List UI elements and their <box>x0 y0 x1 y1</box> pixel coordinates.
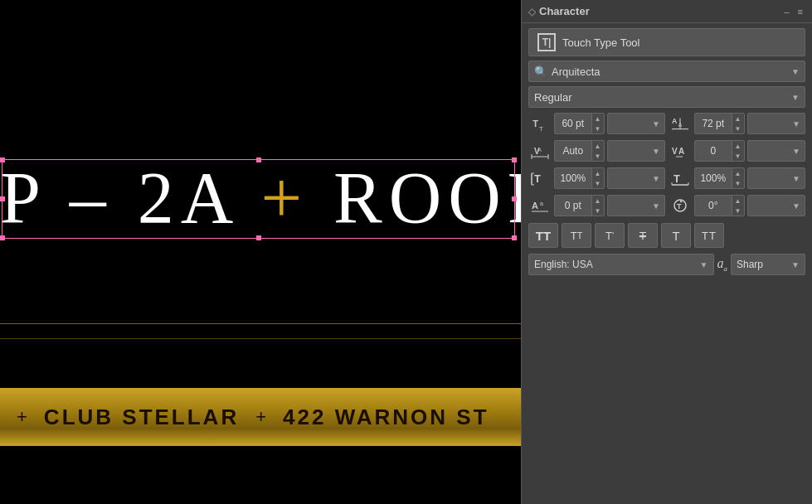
rotation-spin-up[interactable]: ▲ <box>732 196 744 206</box>
svg-text:V: V <box>672 147 678 156</box>
kerning-group: V A ▲ ▼ ▼ <box>669 139 805 162</box>
antialiasing-group: aa Sharp ▼ <box>717 254 806 275</box>
rotation-icon: T <box>669 194 692 217</box>
tracking-dropdown[interactable]: ▼ <box>607 140 666 162</box>
line-height-unit-dropdown[interactable]: ▼ <box>747 113 806 134</box>
svg-text:T: T <box>532 119 538 128</box>
font-style-dropdown[interactable]: Regular ▼ <box>528 86 805 108</box>
horiz-scale-dropdown[interactable]: ▼ <box>747 167 806 189</box>
horiz-scale-spin-arrows: ▲ ▼ <box>732 168 744 188</box>
control-row-tracking-kerning: V A ▲ ▼ ▼ <box>528 139 805 162</box>
horiz-scale-spinbox[interactable]: ▲ ▼ <box>694 167 745 189</box>
rotation-spin-down[interactable]: ▼ <box>732 206 744 216</box>
horiz-scale-spin-up[interactable]: ▲ <box>732 168 744 178</box>
horiz-scale-input[interactable] <box>695 172 732 184</box>
tracking-spinbox[interactable]: ▲ ▼ <box>554 140 605 162</box>
tracking-spin-down[interactable]: ▼ <box>592 151 604 161</box>
character-panel: ◇ Character – ≡ T| Touch Type Tool 🔍 ▼ R… <box>521 0 812 504</box>
vert-scale-spin-up[interactable]: ▲ <box>592 168 604 178</box>
panel-title: Character <box>539 5 590 17</box>
antialiasing-icon: aa <box>717 256 728 273</box>
kerning-spinbox[interactable]: ▲ ▼ <box>694 140 745 162</box>
language-dropdown[interactable]: English: USA ▼ <box>528 254 714 275</box>
font-size-spin-down[interactable]: ▼ <box>592 124 604 133</box>
line-height-spin-down[interactable]: ▼ <box>732 124 744 133</box>
canvas-area: P – 2A + ROOF POOL + CLUB STELLAR + 422 … <box>0 0 521 504</box>
bottom-text-1: CLUB STELLAR <box>44 405 239 430</box>
baseline-shift-input[interactable] <box>555 200 591 211</box>
style-buttons-row: TT TT T' T̶ T TT <box>528 221 805 250</box>
horiz-scale-arrow[interactable]: ▼ <box>792 174 800 183</box>
svg-text:A: A <box>532 201 538 211</box>
baseline-shift-spin-up[interactable]: ▲ <box>592 196 604 206</box>
vert-scale-arrow[interactable]: ▼ <box>652 174 660 183</box>
font-size-spinbox[interactable]: ▲ ▼ <box>554 113 605 134</box>
line-height-unit-arrow[interactable]: ▼ <box>792 119 800 128</box>
svg-text:A: A <box>672 117 678 125</box>
tt-superscript-button[interactable]: T' <box>595 223 625 248</box>
horiz-scale-spin-down[interactable]: ▼ <box>732 178 744 188</box>
tt-strikethrough-button[interactable]: T̶ <box>628 223 658 248</box>
line-height-input[interactable] <box>695 118 732 129</box>
baseline-shift-spin-down[interactable]: ▼ <box>592 206 604 216</box>
baseline-shift-spinbox[interactable]: ▲ ▼ <box>554 195 605 216</box>
rotation-dropdown-arrow[interactable]: ▼ <box>792 201 800 211</box>
svg-text:a: a <box>540 201 543 206</box>
font-style-dropdown-arrow[interactable]: ▼ <box>791 93 800 102</box>
svg-text:T: T <box>677 202 682 211</box>
font-size-spin-up[interactable]: ▲ <box>592 114 604 124</box>
svg-text:T: T <box>673 172 680 185</box>
tt-regular-button[interactable]: TT <box>528 223 558 248</box>
tracking-input[interactable] <box>555 145 591 157</box>
language-text: English: USA <box>534 259 700 270</box>
tt-underline-button[interactable]: T <box>661 223 691 248</box>
panel-topbar: ◇ Character – ≡ <box>522 0 812 23</box>
search-icon: 🔍 <box>534 65 547 78</box>
font-search-dropdown-arrow[interactable]: ▼ <box>791 67 800 76</box>
kerning-spin-down[interactable]: ▼ <box>732 151 744 161</box>
font-search-input[interactable] <box>552 65 787 78</box>
line-height-spinbox[interactable]: ▲ ▼ <box>694 113 745 134</box>
touch-type-tool-label: Touch Type Tool <box>562 36 639 49</box>
horiz-scale-icon: T <box>669 167 692 190</box>
control-row-size-leading: T T ▲ ▼ ▼ <box>528 112 805 135</box>
kerning-dropdown[interactable]: ▼ <box>747 140 806 162</box>
bottom-plus-2: + <box>255 406 266 428</box>
h-line-1 <box>0 323 521 324</box>
rotation-spinbox[interactable]: ▲ ▼ <box>694 195 745 216</box>
tracking-spin-arrows: ▲ ▼ <box>591 141 604 161</box>
vert-scale-input[interactable] <box>555 172 591 184</box>
panel-menu-btn[interactable]: ≡ <box>795 6 805 17</box>
tracking-dropdown-arrow[interactable]: ▼ <box>652 147 660 156</box>
rotation-dropdown[interactable]: ▼ <box>747 195 806 216</box>
antialiasing-dropdown-arrow[interactable]: ▼ <box>791 260 800 269</box>
canvas-content: P – 2A + ROOF POOL + CLUB STELLAR + 422 … <box>0 0 521 504</box>
vert-scale-dropdown[interactable]: ▼ <box>607 167 666 189</box>
kerning-dropdown-arrow[interactable]: ▼ <box>792 147 800 156</box>
vert-scale-spin-down[interactable]: ▼ <box>592 178 604 188</box>
baseline-shift-dropdown[interactable]: ▼ <box>607 195 666 216</box>
font-size-input[interactable] <box>555 118 591 129</box>
kerning-input[interactable] <box>695 145 732 157</box>
antialiasing-value: Sharp <box>737 259 791 270</box>
collapse-icon[interactable]: ◇ <box>528 6 536 17</box>
panel-collapse-btn[interactable]: – <box>781 6 791 17</box>
baseline-shift-arrow[interactable]: ▼ <box>652 201 660 211</box>
tracking-spin-up[interactable]: ▲ <box>592 141 604 151</box>
font-size-unit-dropdown[interactable]: ▼ <box>607 113 666 134</box>
touch-type-tool-button[interactable]: T| Touch Type Tool <box>528 28 805 56</box>
panel-topbar-left: ◇ Character <box>528 5 590 17</box>
rotation-spin-arrows: ▲ ▼ <box>732 196 744 216</box>
font-size-unit-arrow[interactable]: ▼ <box>652 119 660 128</box>
line-height-spin-up[interactable]: ▲ <box>732 114 744 124</box>
antialiasing-dropdown[interactable]: Sharp ▼ <box>731 254 805 275</box>
language-dropdown-arrow[interactable]: ▼ <box>700 260 708 269</box>
rotation-input[interactable] <box>695 200 732 211</box>
svg-text:T: T <box>534 172 541 185</box>
kerning-icon: V A <box>669 139 692 162</box>
tt-smallcaps-button[interactable]: TT <box>694 223 724 248</box>
kerning-spin-up[interactable]: ▲ <box>732 141 744 151</box>
vert-scale-spinbox[interactable]: ▲ ▼ <box>554 167 605 189</box>
bottom-plus-1: + <box>17 406 27 428</box>
tt-subscript-button[interactable]: TT <box>562 223 591 248</box>
